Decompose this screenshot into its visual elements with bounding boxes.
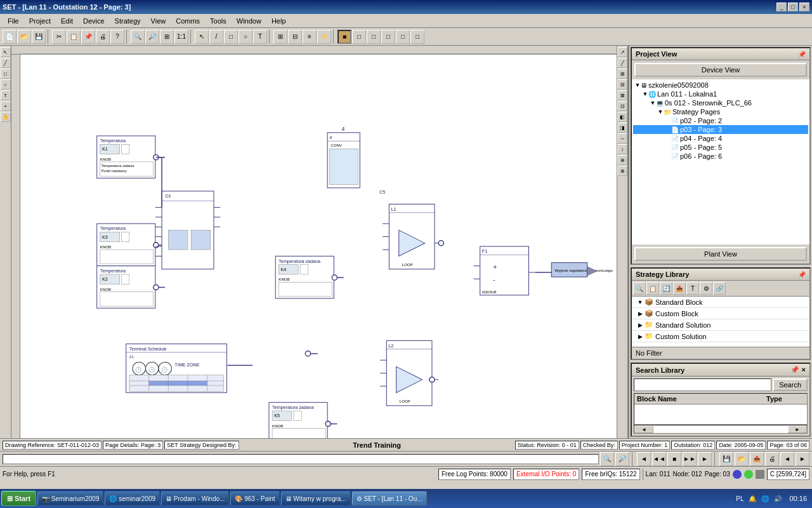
scroll-right[interactable]: ►: [788, 425, 807, 433]
side-text[interactable]: T: [1, 90, 11, 100]
search-library-pin[interactable]: 📌: [790, 366, 799, 374]
taskbar-paint[interactable]: 🎨 963 - Paint: [230, 491, 279, 505]
menu-view[interactable]: View: [146, 16, 171, 26]
menu-strategy[interactable]: Strategy: [110, 16, 146, 26]
tb-wire[interactable]: ⊟: [288, 30, 302, 44]
lib-text-btn[interactable]: T: [686, 282, 699, 295]
lib-item-2[interactable]: ▶📁Standard Solution: [632, 319, 809, 331]
lang-indicator[interactable]: PL: [735, 493, 745, 504]
taskbar-witamy[interactable]: 🖥 Witamy w progra...: [281, 491, 351, 505]
tb-circle[interactable]: ○: [239, 30, 252, 44]
lib-refresh-btn[interactable]: 🔄: [660, 282, 672, 295]
search-input[interactable]: [634, 378, 771, 391]
canvas-area[interactable]: // Ruler ticks will be added via JS Temp…: [11, 46, 628, 438]
tb-paste[interactable]: 📌: [81, 30, 95, 44]
tb-cmd1[interactable]: □: [352, 30, 366, 44]
lib-item-3[interactable]: ▶📁Custom Solution: [632, 331, 809, 342]
tb-bus[interactable]: ≡: [303, 30, 317, 44]
tb-arrow[interactable]: ↖: [195, 30, 209, 44]
tb-text[interactable]: T: [253, 30, 267, 44]
side-circ[interactable]: ○: [1, 79, 11, 90]
right-tool-8[interactable]: ◨: [617, 123, 627, 133]
bt-btn2[interactable]: ◄◄: [652, 452, 666, 466]
tb-cmd2[interactable]: □: [367, 30, 381, 44]
tb-zoom-1[interactable]: 1:1: [174, 30, 188, 44]
right-tool-10[interactable]: ↕: [617, 144, 627, 154]
tray-icon-2[interactable]: 🌐: [760, 493, 770, 504]
right-tool-11[interactable]: ⊕: [617, 155, 627, 165]
tb-open[interactable]: 📂: [17, 30, 31, 44]
menu-tools[interactable]: Tools: [205, 16, 232, 26]
tb-save[interactable]: 💾: [32, 30, 46, 44]
right-tool-3[interactable]: ⊞: [617, 69, 627, 79]
taskbar-seminarium[interactable]: 📷 Seminarium2009: [37, 491, 103, 505]
tb-copy[interactable]: 📋: [67, 30, 81, 44]
bt-next[interactable]: ►: [796, 452, 809, 466]
scroll-track[interactable]: [653, 425, 788, 433]
tb-auto[interactable]: ⚡: [317, 30, 331, 44]
right-tool-1[interactable]: ↗: [617, 47, 627, 57]
tree-item-os[interactable]: ▼💻0s 012 - Sterownik_PLC_66: [633, 98, 808, 107]
tree-item-p04[interactable]: 📄p04 - Page: 4: [633, 134, 808, 143]
lib-list-btn[interactable]: 📋: [646, 282, 659, 295]
taskbar-prodam[interactable]: 🖥 Prodam - Windo...: [161, 491, 229, 505]
search-button[interactable]: Search: [773, 378, 808, 391]
taskbar-seminar[interactable]: 🌐 seminar2009: [105, 491, 160, 505]
right-tool-7[interactable]: ◧: [617, 112, 627, 122]
tree-item-p05[interactable]: 📄p05 - Page: 5: [633, 143, 808, 152]
start-button[interactable]: ⊞ Start: [1, 491, 36, 506]
lib-search-btn[interactable]: 🔍: [633, 282, 646, 295]
right-tool-12[interactable]: ⊗: [617, 166, 627, 176]
bt-btn4[interactable]: ►►: [683, 452, 697, 466]
tb-cut[interactable]: ✂: [52, 30, 66, 44]
tree-item-root[interactable]: ▼🖥szkolenie05092008: [633, 81, 808, 90]
lib-link-btn[interactable]: 🔗: [713, 282, 726, 295]
side-wire[interactable]: ╱: [1, 58, 11, 68]
menu-comms[interactable]: Comms: [171, 16, 205, 26]
scroll-left[interactable]: ◄: [634, 425, 653, 433]
lib-export-btn[interactable]: 📤: [673, 282, 686, 295]
tb-print[interactable]: 🖨: [96, 30, 110, 44]
search-library-close[interactable]: ×: [802, 366, 806, 374]
menu-device[interactable]: Device: [78, 16, 110, 26]
right-tool-2[interactable]: ╱: [617, 58, 627, 68]
side-select[interactable]: ↖: [1, 47, 11, 57]
bt-print2[interactable]: 🖨: [765, 452, 779, 466]
bt-btn3[interactable]: ■: [667, 452, 681, 466]
tree-item-p03[interactable]: 📄p03 - Page: 3: [633, 125, 808, 134]
tree-item-p06[interactable]: 📄p06 - Page: 6: [633, 152, 808, 161]
tb-active[interactable]: ■: [337, 30, 351, 44]
right-tool-6[interactable]: ⊡: [617, 101, 627, 111]
menu-file[interactable]: File: [3, 16, 24, 26]
tb-zoom-in[interactable]: 🔍: [131, 30, 145, 44]
menu-project[interactable]: Project: [24, 16, 56, 26]
right-tool-4[interactable]: ⊟: [617, 79, 627, 90]
tb-new[interactable]: 📄: [3, 30, 16, 44]
bt-open2[interactable]: 📂: [735, 452, 749, 466]
tray-icon-1[interactable]: 🔔: [747, 493, 757, 504]
plant-view-button[interactable]: Plant View: [634, 247, 807, 261]
project-view-pin[interactable]: 📌: [798, 51, 806, 58]
lib-item-0[interactable]: ▼📦Standard Block: [632, 297, 809, 308]
strategy-library-pin[interactable]: 📌: [798, 271, 806, 278]
menu-edit[interactable]: Edit: [56, 16, 78, 26]
restore-btn[interactable]: □: [788, 3, 798, 11]
bt-btn1[interactable]: ◄: [637, 452, 651, 466]
lib-item-1[interactable]: ▶📦Custom Block: [632, 308, 809, 319]
tray-icon-3[interactable]: 🔊: [773, 493, 783, 504]
taskbar-set[interactable]: ⚙ SET - [Lan 11 - Ou...: [352, 491, 427, 505]
bt-btn5[interactable]: ►: [698, 452, 712, 466]
tb-zoom-out[interactable]: 🔎: [145, 30, 159, 44]
side-rect[interactable]: □: [1, 69, 11, 79]
tb-cmd5[interactable]: □: [410, 30, 424, 44]
tree-item-strat[interactable]: ▼📁Strategy Pages: [633, 107, 808, 116]
tb-connect[interactable]: ⊞: [273, 30, 287, 44]
right-tool-9[interactable]: ↔: [617, 133, 627, 144]
right-tool-5[interactable]: ⊠: [617, 90, 627, 100]
search-scrollbar[interactable]: ◄ ►: [634, 425, 808, 434]
tb-cmd4[interactable]: □: [396, 30, 410, 44]
bt-prev[interactable]: ◄: [780, 452, 794, 466]
side-pan[interactable]: ✋: [1, 112, 11, 122]
tree-item-p02[interactable]: 📄p02 - Page: 2: [633, 116, 808, 125]
tb-zoom-fit[interactable]: ⊞: [160, 30, 174, 44]
